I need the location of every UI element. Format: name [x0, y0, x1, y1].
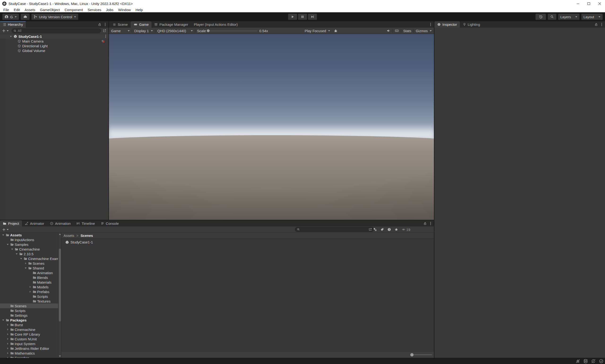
foldout-closed-icon[interactable] — [28, 286, 32, 288]
lock-icon[interactable] — [423, 222, 427, 225]
kebab-menu-icon[interactable] — [105, 35, 106, 38]
project-tree-scrollbar[interactable] — [58, 233, 61, 358]
create-asset-dropdown-icon[interactable] — [7, 229, 9, 230]
project-tree-item[interactable]: Shared — [0, 266, 58, 270]
project-tree-item[interactable]: 2.10.5 — [0, 251, 58, 256]
menu-gameobject[interactable]: GameObject — [38, 7, 62, 12]
maximize-button[interactable] — [583, 0, 594, 7]
version-control-button[interactable]: Unity Version Control — [31, 14, 78, 20]
foldout-closed-icon[interactable] — [6, 323, 10, 326]
mute-audio-icon[interactable] — [386, 29, 391, 33]
hierarchy-item-global-volume[interactable]: Global Volume — [0, 48, 108, 53]
project-tree-item[interactable]: Scenes — [0, 303, 58, 308]
auto-refresh-disabled-icon[interactable] — [591, 359, 596, 364]
menu-help[interactable]: Help — [133, 7, 145, 12]
project-tree-item[interactable]: Cinemachine — [0, 247, 58, 251]
project-tree-item[interactable]: Core RP Library — [0, 332, 58, 337]
foldout-open-icon[interactable] — [15, 252, 18, 255]
asset-zoom-slider[interactable] — [410, 351, 432, 358]
lock-icon[interactable] — [594, 23, 598, 26]
asset-zoom-thumb[interactable] — [410, 353, 413, 356]
search-by-label-icon[interactable] — [380, 228, 384, 231]
kebab-menu-icon[interactable] — [601, 23, 602, 26]
global-search-button[interactable] — [548, 14, 556, 20]
lock-icon[interactable] — [98, 23, 101, 26]
tab-timeline[interactable]: Timeline — [74, 220, 98, 226]
layout-dropdown[interactable]: Layout — [581, 14, 603, 20]
account-button[interactable]: G — [2, 14, 19, 20]
project-search-input[interactable] — [301, 228, 367, 231]
project-tree-item[interactable]: Prefabs — [0, 289, 58, 294]
foldout-closed-icon[interactable] — [6, 328, 10, 331]
vsync-keyboard-icon[interactable] — [395, 29, 399, 33]
foldout-open-icon[interactable] — [19, 257, 23, 260]
tab-console[interactable]: Console — [98, 220, 122, 226]
menu-edit[interactable]: Edit — [11, 7, 22, 12]
project-tree-item[interactable]: Packages — [0, 318, 58, 322]
tab-player-input-actions[interactable]: Player (Input Actions Editor) — [191, 21, 241, 28]
tab-animator[interactable]: Animator — [22, 220, 47, 226]
menu-services[interactable]: Services — [85, 7, 104, 12]
foldout-closed-icon[interactable] — [6, 352, 10, 354]
close-button[interactable] — [594, 0, 605, 7]
resolution-dropdown[interactable]: QHD (2560x1440) — [155, 28, 195, 34]
foldout-closed-icon[interactable] — [6, 342, 10, 345]
project-tree-item[interactable]: InputActions — [0, 237, 58, 242]
search-by-type-icon[interactable] — [373, 228, 377, 231]
picker-icon[interactable] — [103, 29, 106, 33]
stats-toggle[interactable]: Stats — [401, 29, 413, 33]
project-tree-item[interactable]: Scenes — [0, 261, 58, 266]
project-tree-item[interactable]: Blends — [0, 275, 58, 280]
hierarchy-search-input[interactable] — [18, 29, 99, 33]
kebab-menu-icon[interactable] — [105, 23, 106, 26]
foldout-open-icon[interactable] — [10, 35, 12, 38]
project-tree-item[interactable]: Burst — [0, 322, 58, 327]
project-tree-item[interactable]: Assets — [0, 233, 58, 237]
tab-scene[interactable]: Scene — [110, 21, 131, 28]
undo-history-button[interactable] — [536, 14, 546, 20]
project-tree-item[interactable]: Input System — [0, 341, 58, 346]
project-tree-item[interactable]: Mathematics — [0, 351, 58, 355]
cloud-button[interactable] — [21, 14, 29, 20]
picker-icon[interactable] — [368, 228, 372, 231]
tab-hierarchy[interactable]: Hierarchy — [0, 21, 26, 28]
menu-jobs[interactable]: Jobs — [103, 7, 116, 12]
step-button[interactable] — [308, 14, 317, 20]
add-object-dropdown-icon[interactable] — [7, 30, 9, 31]
foldout-closed-icon[interactable] — [6, 333, 10, 336]
project-tree-item[interactable]: Cinemachine Exam — [0, 256, 58, 261]
kebab-menu-icon[interactable] — [430, 222, 431, 225]
foldout-open-icon[interactable] — [24, 267, 27, 270]
game-viewport[interactable] — [109, 34, 434, 220]
scrollbar-thumb[interactable] — [59, 249, 61, 322]
foldout-open-icon[interactable] — [10, 248, 14, 250]
tab-game[interactable]: Game — [131, 21, 152, 28]
foldout-closed-icon[interactable] — [28, 290, 32, 293]
tab-lighting[interactable]: Lighting — [460, 21, 483, 28]
project-tree-item[interactable]: Custom NUnit — [0, 337, 58, 341]
hierarchy-item-main-camera[interactable]: Main Camera — [0, 39, 108, 43]
foldout-open-icon[interactable] — [1, 234, 5, 236]
foldout-closed-icon[interactable] — [6, 347, 10, 350]
gizmos-dropdown[interactable]: Gizmos — [413, 28, 434, 34]
foldout-closed-icon[interactable] — [6, 338, 10, 340]
tab-package-manager[interactable]: Package Manager — [152, 21, 191, 28]
project-tree-item[interactable]: Models — [0, 285, 58, 289]
scroll-up-icon[interactable] — [59, 234, 61, 235]
project-tree-item[interactable]: Cinemachine — [0, 327, 58, 332]
scroll-down-icon[interactable] — [59, 355, 61, 357]
hidden-packages-toggle[interactable]: 19 — [401, 228, 410, 232]
search-by-import-log-icon[interactable] — [387, 228, 391, 231]
project-tree-item[interactable]: Animation — [0, 270, 58, 275]
add-object-button[interactable] — [2, 29, 6, 33]
tab-project[interactable]: Project — [0, 220, 22, 226]
foldout-open-icon[interactable] — [1, 319, 5, 322]
hierarchy-scene-row[interactable]: StudyCase1-1 — [0, 34, 108, 39]
display-dropdown[interactable]: Display 1 — [132, 28, 155, 34]
scale-slider[interactable] — [207, 28, 258, 34]
foldout-open-icon[interactable] — [6, 243, 10, 246]
favorites-star-icon[interactable] — [394, 228, 398, 231]
hierarchy-item-directional-light[interactable]: Directional Light — [0, 43, 108, 48]
scale-slider-thumb[interactable] — [207, 29, 210, 32]
menu-window[interactable]: Window — [116, 7, 133, 12]
